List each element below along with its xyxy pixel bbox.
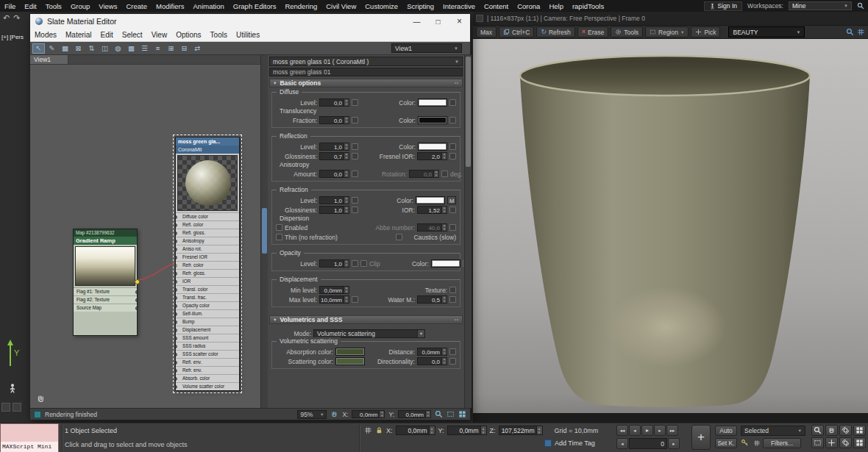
- material-name-field[interactable]: moss green glass 01: [269, 68, 463, 76]
- refraction-level-map-checkbox[interactable]: [352, 197, 358, 204]
- zoom-region-icon[interactable]: [811, 437, 824, 448]
- pan-icon[interactable]: [825, 425, 838, 436]
- spinner-arrows-icon[interactable]: ▲▼: [441, 223, 447, 232]
- dispersion-enabled-checkbox[interactable]: [276, 224, 282, 231]
- set-key-button[interactable]: Set K.: [715, 438, 737, 448]
- walkthrough-person-icon[interactable]: [7, 383, 18, 393]
- input-socket-icon[interactable]: [176, 304, 177, 308]
- editor-menu-item[interactable]: Material: [61, 31, 96, 39]
- node-slot[interactable]: Flag #2: Texture: [74, 295, 137, 304]
- menu-item[interactable]: Civil View: [321, 2, 360, 10]
- node-slot[interactable]: Transl. color: [176, 285, 239, 293]
- graph-tab-view1[interactable]: View1: [30, 55, 68, 64]
- maximize-icon[interactable]: □: [427, 14, 449, 29]
- spinner-arrows-icon[interactable]: ▲▼: [433, 170, 439, 178]
- move-children-icon[interactable]: ⇅: [85, 43, 98, 54]
- editor-menu-item[interactable]: Edit: [96, 31, 118, 39]
- go-to-end-button[interactable]: ▸▸: [666, 425, 678, 436]
- node-graph-view[interactable]: View1 Map #2138799632 Gradient Ramp Flag…: [30, 55, 260, 408]
- input-socket-icon[interactable]: [176, 296, 177, 300]
- graph-scrollbar[interactable]: [260, 55, 268, 408]
- isolate-toggle-icon[interactable]: [364, 426, 372, 434]
- node-slot[interactable]: IOR: [176, 277, 239, 285]
- next-frame-button[interactable]: ▸: [654, 425, 666, 436]
- anisotropy-amount-spinner[interactable]: 0,0▲▼: [319, 170, 349, 178]
- spinner-arrows-icon[interactable]: ▲▼: [441, 357, 447, 365]
- show-shaded-material-icon[interactable]: ◍: [112, 43, 124, 54]
- spinner-arrows-icon[interactable]: ▲▼: [379, 410, 385, 418]
- spinner-arrows-icon[interactable]: ▲▼: [344, 98, 349, 107]
- node-slot[interactable]: Refl. gloss.: [176, 229, 239, 237]
- spinner-arrows-icon[interactable]: ▲▼: [441, 348, 447, 356]
- go-to-start-button[interactable]: ◂◂: [616, 425, 628, 436]
- input-socket-icon[interactable]: [176, 223, 177, 227]
- corona-material-node[interactable]: moss green gla... CoronaMtl Diffuse colo…: [175, 137, 240, 391]
- editor-menu-item[interactable]: View: [147, 31, 172, 39]
- refraction-glossiness-spinner[interactable]: 1,0▲▼: [319, 206, 349, 214]
- menu-item[interactable]: File: [0, 2, 20, 10]
- play-button[interactable]: ▸: [641, 425, 653, 436]
- menu-item[interactable]: Animation: [189, 2, 229, 10]
- vfb-erase-button[interactable]: × Erase: [577, 26, 608, 37]
- editor-menu-item[interactable]: Select: [118, 31, 147, 39]
- pan-hand-icon[interactable]: [36, 394, 46, 403]
- spinner-arrows-icon[interactable]: ▲▼: [425, 410, 431, 418]
- auto-key-button[interactable]: Auto: [715, 426, 737, 436]
- spinner-arrows-icon[interactable]: ▲▼: [344, 286, 349, 294]
- redo-icon[interactable]: ↷: [13, 13, 20, 23]
- menu-item[interactable]: Scripting: [402, 2, 438, 10]
- orbit-icon[interactable]: [839, 425, 852, 436]
- node-slot[interactable]: Anisotropy: [176, 237, 239, 245]
- refraction-color-swatch[interactable]: [416, 196, 445, 204]
- menu-item[interactable]: Tools: [41, 2, 66, 10]
- spinner-arrows-icon[interactable]: ▲▼: [344, 206, 349, 214]
- spinner-arrows-icon[interactable]: ▲▼: [344, 152, 349, 160]
- node-slot[interactable]: Volume scatter color: [176, 382, 239, 390]
- key-filters-set-dropdown[interactable]: Selected ▼: [741, 426, 805, 436]
- refraction-level-spinner[interactable]: 1,0▲▼: [319, 196, 349, 204]
- translucency-color-swatch[interactable]: [418, 116, 447, 124]
- select-by-material-icon[interactable]: ⊟: [178, 43, 191, 54]
- select-tool-icon[interactable]: ↖: [32, 43, 45, 54]
- min-level-spinner[interactable]: 0,0mm▲▼: [319, 286, 349, 294]
- max-level-spinner[interactable]: 10,0mm▲▼: [319, 295, 349, 304]
- distance-map-checkbox[interactable]: [449, 348, 456, 355]
- menu-item[interactable]: Rendering: [280, 2, 321, 10]
- menu-item[interactable]: Create: [121, 2, 152, 10]
- pan-hand-icon[interactable]: [330, 410, 338, 418]
- water-level-map-checkbox[interactable]: [449, 296, 456, 303]
- zoom-extents-icon[interactable]: [458, 410, 466, 418]
- input-socket-icon[interactable]: [176, 288, 177, 292]
- menu-item[interactable]: Modifiers: [152, 2, 189, 10]
- vfb-copy-button[interactable]: Ctrl+C: [499, 26, 534, 37]
- node-slot[interactable]: Refr. color: [176, 261, 239, 269]
- search-icon[interactable]: [857, 2, 864, 10]
- zoom-level-dropdown[interactable]: 95% ▼: [297, 410, 327, 419]
- spinner-arrows-icon[interactable]: ▲▼: [429, 426, 435, 435]
- create-key-button[interactable]: +: [691, 425, 711, 450]
- input-socket-icon[interactable]: [176, 385, 177, 389]
- z-coord-spinner[interactable]: 107,522mm▲▼: [499, 426, 543, 435]
- node-slot[interactable]: Self-illum.: [176, 309, 239, 318]
- editor-menu-item[interactable]: Tools: [206, 31, 232, 39]
- opacity-level-spinner[interactable]: 1,0▲▼: [319, 259, 349, 268]
- zoom-in-icon[interactable]: [435, 410, 443, 418]
- node-slot[interactable]: Source Map: [74, 304, 137, 312]
- editor-titlebar[interactable]: Slate Material Editor — □ ×: [30, 14, 470, 29]
- reflection-glossiness-spinner[interactable]: 0,7▲▼: [319, 152, 349, 160]
- editor-menu-item[interactable]: Options: [171, 31, 205, 39]
- menu-item[interactable]: Help: [544, 2, 568, 10]
- vfb-pick-button[interactable]: Pick: [691, 26, 720, 37]
- node-slot[interactable]: Refl. color: [176, 220, 239, 229]
- input-socket-icon[interactable]: [176, 377, 177, 381]
- view-selector-dropdown[interactable]: View1 ▼: [391, 43, 462, 53]
- node-slot[interactable]: SSS scatter color: [176, 350, 239, 358]
- spinner-arrows-icon[interactable]: ▲▼: [344, 196, 349, 204]
- menu-item[interactable]: Graph Editors: [229, 2, 281, 10]
- translucency-color-map-checkbox[interactable]: [449, 117, 456, 123]
- node-slot[interactable]: Opacity color: [176, 301, 239, 309]
- workspaces-dropdown[interactable]: Mine ▼: [789, 1, 852, 10]
- reflection-level-spinner[interactable]: 1,0▲▼: [319, 143, 349, 151]
- input-socket-icon[interactable]: [176, 256, 177, 259]
- input-socket-icon[interactable]: [176, 264, 177, 268]
